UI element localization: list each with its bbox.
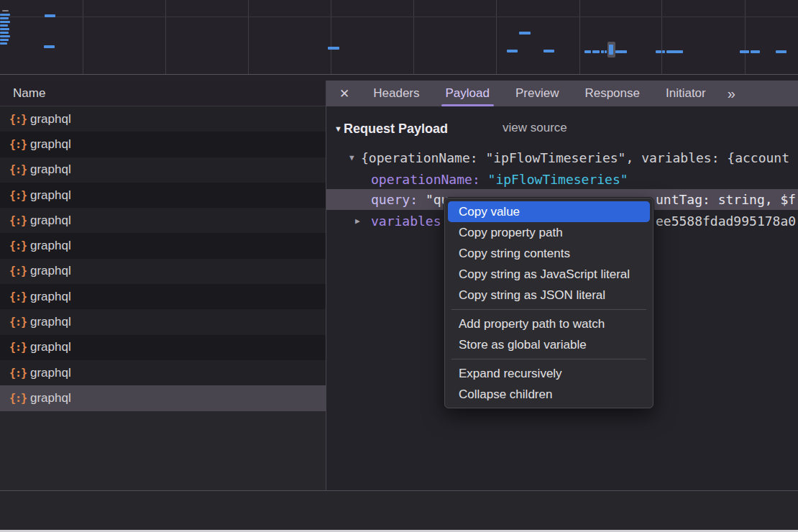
request-name-label: graphql [30, 112, 71, 127]
request-timing-bar [0, 17, 9, 19]
request-row-graphql-4[interactable]: {:}graphql [0, 183, 326, 208]
tab-preview[interactable]: Preview [503, 81, 572, 106]
request-timing-bar [0, 24, 8, 27]
menu-item-expand-recursively[interactable]: Expand recursively [448, 363, 650, 384]
request-timing-bar [0, 35, 10, 37]
request-timing-bar [0, 39, 9, 41]
property-key: variables [371, 214, 441, 229]
request-name-label: graphql [30, 264, 71, 278]
payload-root-preview: {operationName: "ipFlowTimeseries", vari… [361, 150, 789, 165]
json-braces-icon: {:} [9, 163, 30, 176]
request-row-graphql-6[interactable]: {:}graphql [0, 233, 326, 258]
json-braces-icon: {:} [9, 341, 30, 354]
request-timing-bar [0, 14, 10, 16]
request-name-label: graphql [30, 214, 71, 228]
json-braces-icon: {:} [9, 392, 30, 405]
menu-item-copy-string-as-javascript-literal[interactable]: Copy string as JavaScript literal [448, 264, 650, 285]
request-timing-bar [592, 50, 600, 53]
network-overview-timeline[interactable] [0, 0, 798, 81]
tab-initiator[interactable]: Initiator [653, 81, 719, 106]
request-timing-bar [615, 50, 627, 53]
request-name-label: graphql [30, 188, 71, 203]
menu-item-store-as-global-variable[interactable]: Store as global variable [448, 334, 650, 355]
payload-property-operationname[interactable]: operationName: "ipFlowTimeseries" [326, 168, 798, 190]
request-timing-bar [45, 14, 55, 17]
json-braces-icon: {:} [9, 367, 30, 380]
request-timing-bar [328, 47, 339, 50]
request-timing-bar [751, 50, 760, 53]
request-row-graphql-11[interactable]: {:}graphql [0, 360, 326, 385]
request-timing-bar [0, 42, 7, 45]
property-value-continuation: untTag: string, $f [656, 192, 796, 207]
request-timing-bar [507, 50, 518, 52]
request-row-graphql-8[interactable]: {:}graphql [0, 284, 326, 309]
request-timing-bar [656, 50, 661, 53]
json-braces-icon: {:} [9, 239, 30, 252]
timeline-gridline [745, 0, 746, 74]
request-timing-bar [776, 50, 786, 53]
property-key: operationName: [371, 172, 480, 187]
request-timing-bar [2, 10, 9, 12]
request-timing-bar [0, 21, 10, 23]
devtools-network-panel: Name {:}graphql{:}graphql{:}graphql{:}gr… [0, 0, 798, 532]
request-timing-bar [0, 28, 9, 30]
timeline-hover-marker-bar [609, 45, 613, 55]
request-timing-bar [666, 50, 683, 53]
detail-tab-bar: ✕ HeadersPayloadPreviewResponseInitiator… [326, 81, 798, 106]
request-name-label: graphql [30, 137, 71, 152]
name-column-header[interactable]: Name [0, 81, 326, 106]
timeline-gridline [331, 0, 331, 74]
timeline-gridline [579, 0, 580, 74]
request-row-graphql-5[interactable]: {:}graphql [0, 208, 326, 233]
request-name-label: graphql [30, 366, 71, 380]
property-key: query: [371, 192, 418, 207]
request-timing-bar [662, 50, 665, 53]
view-source-link[interactable]: view source [503, 121, 567, 135]
request-timing-bar [605, 50, 607, 53]
request-row-graphql-12[interactable]: {:}graphql [0, 385, 326, 411]
timeline-gridline [248, 0, 249, 74]
payload-root-row[interactable]: ▼ {operationName: "ipFlowTimeseries", va… [326, 147, 798, 168]
context-menu: Copy valueCopy property pathCopy string … [444, 197, 654, 409]
request-name-label: graphql [30, 162, 71, 177]
section-collapse-icon[interactable]: ▼ [334, 124, 342, 133]
menu-separator [451, 309, 646, 310]
request-name-label: graphql [30, 290, 71, 304]
timeline-gridline [496, 0, 497, 74]
menu-item-copy-property-path[interactable]: Copy property path [448, 222, 650, 243]
request-row-graphql-7[interactable]: {:}graphql [0, 259, 326, 284]
menu-item-copy-value[interactable]: Copy value [448, 201, 650, 222]
menu-item-collapse-children[interactable]: Collapse children [448, 384, 650, 405]
detail-tabs: HeadersPayloadPreviewResponseInitiator [360, 81, 718, 106]
request-list-panel: Name {:}graphql{:}graphql{:}graphql{:}gr… [0, 81, 326, 490]
request-row-graphql-3[interactable]: {:}graphql [0, 157, 326, 183]
request-row-graphql-9[interactable]: {:}graphql [0, 309, 326, 334]
timeline-gridline [661, 0, 662, 74]
close-icon[interactable]: ✕ [326, 86, 360, 101]
request-row-graphql-1[interactable]: {:}graphql [0, 106, 326, 132]
request-row-graphql-10[interactable]: {:}graphql [0, 335, 326, 360]
request-timing-bar [44, 45, 55, 48]
json-braces-icon: {:} [9, 265, 30, 278]
expander-open-icon[interactable]: ▼ [349, 153, 354, 162]
request-timing-bar [584, 50, 591, 53]
tab-response[interactable]: Response [572, 81, 653, 106]
menu-item-copy-string-contents[interactable]: Copy string contents [448, 243, 650, 264]
name-column-label: Name [13, 86, 45, 101]
json-braces-icon: {:} [9, 290, 30, 303]
request-timing-bar [601, 50, 604, 53]
request-list: {:}graphql{:}graphql{:}graphql{:}graphql… [0, 106, 326, 411]
request-timing-bar [0, 32, 9, 34]
property-preview-continuation: ee5588fdad995178a0 [656, 214, 796, 229]
request-row-graphql-2[interactable]: {:}graphql [0, 132, 326, 157]
section-title: Request Payload [344, 121, 448, 137]
expander-closed-icon[interactable]: ▶ [355, 216, 360, 226]
menu-item-copy-string-as-json-literal[interactable]: Copy string as JSON literal [448, 285, 650, 306]
timeline-gridline [413, 0, 414, 74]
more-tabs-icon[interactable]: » [719, 86, 744, 102]
menu-item-add-property-path-to-watch[interactable]: Add property path to watch [448, 313, 650, 334]
timeline-gridline [165, 0, 166, 74]
tab-payload[interactable]: Payload [433, 81, 503, 106]
tab-headers[interactable]: Headers [360, 81, 432, 106]
json-braces-icon: {:} [9, 316, 30, 329]
